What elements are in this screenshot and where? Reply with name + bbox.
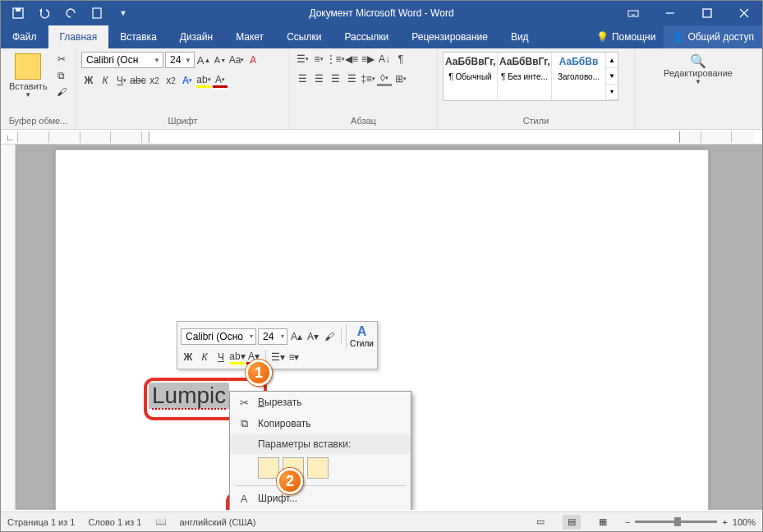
ruler-toggle-icon[interactable]: ∟ xyxy=(6,132,15,142)
zoom-control[interactable]: − + 100% xyxy=(625,517,756,527)
paste-keep-source-icon[interactable] xyxy=(258,457,279,479)
bullets-icon[interactable]: ☰▾ xyxy=(295,52,310,66)
mini-numbering-icon[interactable]: ≡▾ xyxy=(287,350,301,365)
style-no-spacing[interactable]: АаБбВвГг,¶ Без инте... xyxy=(498,53,552,100)
print-layout-icon[interactable]: ▤ xyxy=(563,515,581,530)
share-button[interactable]: 👤Общий доступ xyxy=(664,25,762,48)
sort-icon[interactable]: A↓ xyxy=(377,52,392,66)
web-layout-icon[interactable]: ▦ xyxy=(594,515,612,530)
style-normal[interactable]: АаБбВвГг,¶ Обычный xyxy=(444,53,498,100)
mini-shrink-icon[interactable]: A▾ xyxy=(306,329,320,344)
status-page[interactable]: Страница 1 из 1 xyxy=(7,517,75,527)
qat-dropdown-icon[interactable]: ▼ xyxy=(113,5,134,21)
menu-cut[interactable]: ✂Вырезать xyxy=(230,392,411,413)
zoom-slider[interactable] xyxy=(635,521,717,523)
font-color-icon[interactable]: A▾ xyxy=(213,73,228,88)
tell-me[interactable]: 💡Помощни xyxy=(588,25,664,48)
proofing-icon[interactable]: 📖 xyxy=(155,516,167,527)
bulb-icon: 💡 xyxy=(596,31,609,43)
mini-size-combo[interactable]: 24▾ xyxy=(258,328,287,345)
status-words[interactable]: Слово 1 из 1 xyxy=(88,517,141,527)
styles-gallery[interactable]: АаБбВвГг,¶ Обычный АаБбВвГг,¶ Без инте..… xyxy=(443,52,618,101)
line-spacing-icon[interactable]: ‡≡▾ xyxy=(361,71,375,86)
decrease-indent-icon[interactable]: ◀≡ xyxy=(344,52,359,66)
zoom-value[interactable]: 100% xyxy=(733,517,756,527)
align-center-icon[interactable]: ☰ xyxy=(311,71,326,86)
read-mode-icon[interactable]: ▭ xyxy=(531,515,549,530)
mini-highlight-icon[interactable]: ab▾ xyxy=(230,350,245,365)
group-paragraph-label: Абзац xyxy=(290,114,437,129)
bold-icon[interactable]: Ж xyxy=(81,73,96,88)
multilevel-icon[interactable]: ⋮≡▾ xyxy=(328,52,342,66)
menu-copy[interactable]: ⧉Копировать xyxy=(230,413,411,434)
paste-label: Вставить xyxy=(9,81,48,91)
mini-format-painter-icon[interactable]: 🖌 xyxy=(322,329,337,344)
underline-icon[interactable]: Ч▾ xyxy=(114,73,129,88)
ruler-vertical[interactable] xyxy=(1,144,16,510)
new-icon[interactable] xyxy=(86,5,108,21)
borders-icon[interactable]: ⊞▾ xyxy=(393,71,408,86)
mini-italic-icon[interactable]: К xyxy=(197,350,212,365)
superscript-icon[interactable]: x2 xyxy=(163,73,178,88)
undo-icon[interactable] xyxy=(34,5,55,21)
ruler-horizontal[interactable]: ∟ xyxy=(1,130,762,144)
justify-icon[interactable]: ☰ xyxy=(344,71,359,86)
save-icon[interactable] xyxy=(7,5,29,21)
tab-insert[interactable]: Вставка xyxy=(108,25,168,48)
mini-underline-icon[interactable]: Ч xyxy=(214,350,228,365)
editing-button[interactable]: 🔍 Редактирование ▼ xyxy=(660,52,736,87)
tab-review[interactable]: Рецензирование xyxy=(400,25,499,48)
tab-view[interactable]: Вид xyxy=(499,25,540,48)
change-case-icon[interactable]: Aa▾ xyxy=(229,53,244,67)
close-icon[interactable] xyxy=(725,1,762,25)
italic-icon[interactable]: К xyxy=(98,73,113,88)
grow-font-icon[interactable]: A▲ xyxy=(196,53,211,67)
tab-mailings[interactable]: Рассылки xyxy=(333,25,400,48)
zoom-in-icon[interactable]: + xyxy=(722,517,727,527)
format-painter-icon[interactable]: 🖌 xyxy=(54,85,69,99)
tab-references[interactable]: Ссылки xyxy=(275,25,333,48)
increase-indent-icon[interactable]: ≡▶ xyxy=(361,52,375,66)
minimize-icon[interactable] xyxy=(651,1,688,25)
strike-icon[interactable]: abc xyxy=(131,73,145,88)
style-heading1[interactable]: АаБбВвЗаголово... xyxy=(552,53,606,100)
group-clipboard: Вставить ▼ ✂ ⧉ 🖌 Буфер обме... xyxy=(1,48,76,129)
font-size-value: 24 xyxy=(170,54,181,66)
font-name-combo[interactable]: Calibri (Осн▼ xyxy=(81,52,163,68)
ribbon-options-icon[interactable] xyxy=(614,1,651,25)
zoom-out-icon[interactable]: − xyxy=(625,517,630,527)
paste-button[interactable]: Вставить ▼ xyxy=(6,52,51,100)
align-left-icon[interactable]: ☰ xyxy=(295,71,310,86)
tab-home[interactable]: Главная xyxy=(48,25,109,48)
shrink-font-icon[interactable]: A▼ xyxy=(213,53,228,67)
group-paragraph: ☰▾ ≡▾ ⋮≡▾ ◀≡ ≡▶ A↓ ¶ ☰ ☰ ☰ ☰ ‡≡▾ ◊▾ ⊞▾ А… xyxy=(290,48,438,129)
paste-text-only-icon[interactable] xyxy=(307,457,329,479)
maximize-icon[interactable] xyxy=(688,1,725,25)
tab-design[interactable]: Дизайн xyxy=(168,25,224,48)
annotation-badge-1: 1 xyxy=(246,360,272,386)
mini-styles-button[interactable]: AСтили xyxy=(346,324,374,348)
status-language[interactable]: английский (США) xyxy=(180,517,256,527)
mini-font-combo[interactable]: Calibri (Осно▾ xyxy=(181,328,256,345)
font-size-combo[interactable]: 24▼ xyxy=(165,52,195,68)
align-right-icon[interactable]: ☰ xyxy=(328,71,342,86)
mini-bullets-icon[interactable]: ☰▾ xyxy=(270,350,285,365)
mini-grow-icon[interactable]: A▴ xyxy=(289,329,304,344)
mini-bold-icon[interactable]: Ж xyxy=(181,350,195,365)
copy-icon[interactable]: ⧉ xyxy=(54,68,69,83)
svg-rect-5 xyxy=(703,9,711,17)
styles-scroll[interactable]: ▲▼▾ xyxy=(606,53,618,100)
shading-icon[interactable]: ◊▾ xyxy=(377,71,392,86)
cut-icon[interactable]: ✂ xyxy=(54,52,69,66)
menu-font[interactable]: AШрифт... xyxy=(230,488,411,509)
text-effects-icon[interactable]: A▾ xyxy=(180,73,195,88)
redo-icon[interactable] xyxy=(60,5,81,21)
subscript-icon[interactable]: x2 xyxy=(147,73,162,88)
tab-file[interactable]: Файл xyxy=(1,25,48,48)
highlight-icon[interactable]: ab▾ xyxy=(196,73,211,88)
menu-paragraph[interactable]: ☰Абзац... xyxy=(230,509,411,510)
tab-layout[interactable]: Макет xyxy=(224,25,275,48)
numbering-icon[interactable]: ≡▾ xyxy=(311,52,326,66)
clear-format-icon[interactable]: A̷ xyxy=(246,53,260,67)
show-marks-icon[interactable]: ¶ xyxy=(393,52,408,66)
